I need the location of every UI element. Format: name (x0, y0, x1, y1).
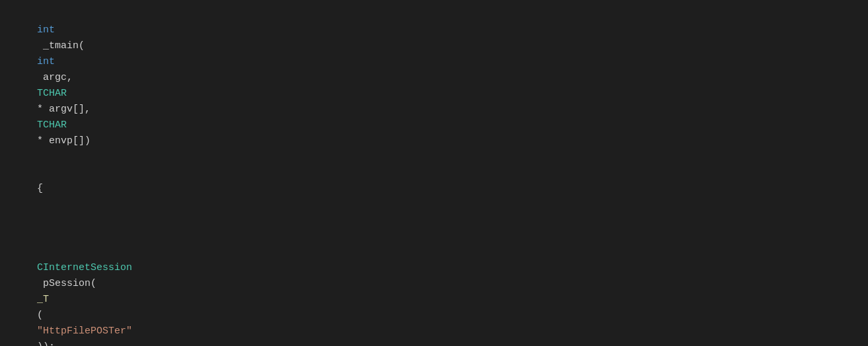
code-line-1: int _tmain( int argc, TCHAR * argv[], TC… (13, 7, 855, 165)
str-httpfileposter: "HttpFilePOSTer" (37, 326, 132, 337)
type-tchar2: TCHAR (37, 120, 67, 131)
code-line-4: CInternetSession pSession( _T ( "HttpFil… (13, 228, 855, 346)
code-line-3 (13, 213, 855, 228)
keyword-int2: int (37, 56, 55, 67)
keyword-int: int (37, 24, 55, 36)
macro-t1: _T (37, 294, 49, 305)
type-cinternet: CInternetSession (37, 262, 132, 273)
type-tchar1: TCHAR (37, 88, 67, 99)
code-block: int _tmain( int argc, TCHAR * argv[], TC… (0, 0, 868, 346)
code-line-2: { (13, 165, 855, 213)
